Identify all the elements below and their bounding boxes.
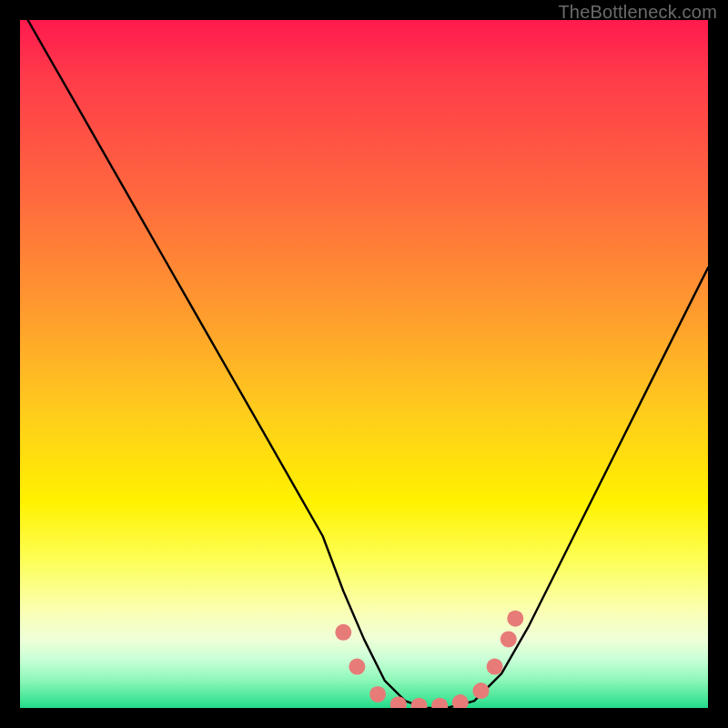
plot-area <box>20 20 708 708</box>
curve-marker <box>473 682 490 699</box>
chart-svg <box>20 20 708 708</box>
chart-frame: TheBottleneck.com <box>0 0 728 728</box>
curve-marker <box>390 696 407 708</box>
curve-marker <box>500 631 517 647</box>
curve-marker <box>369 686 386 703</box>
curve-marker <box>411 698 428 708</box>
curve-marker <box>507 611 523 627</box>
curve-marker <box>487 659 503 675</box>
curve-markers-group <box>335 611 523 708</box>
curve-marker <box>452 694 469 708</box>
curve-marker <box>431 698 448 708</box>
bottleneck-curve-path <box>20 20 708 708</box>
curve-marker <box>349 659 365 675</box>
watermark-text: TheBottleneck.com <box>558 2 717 23</box>
curve-marker <box>335 624 351 641</box>
curve-line-group <box>20 20 708 708</box>
